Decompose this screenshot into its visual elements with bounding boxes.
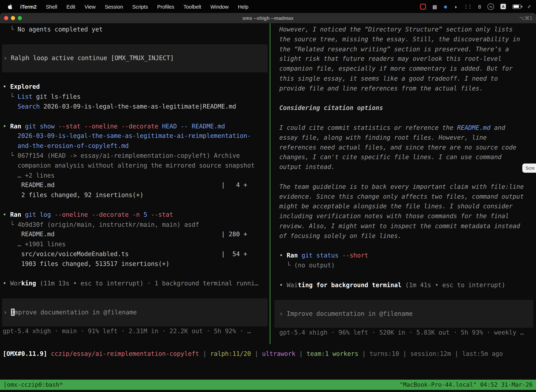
screen-share-tooltip[interactable]: Scre xyxy=(522,163,536,173)
minimize-button[interactable] xyxy=(11,16,15,20)
terminal-line: evidence. Since this change only affects… xyxy=(279,192,536,202)
text-segment: 2026-03-09-is-legal-the-same-as-legitima… xyxy=(40,103,236,110)
terminal-line: the source tree, missing the essay. Stil… xyxy=(279,34,536,44)
text-segment: git ls-files xyxy=(32,93,81,100)
menu-view[interactable]: View xyxy=(85,4,96,9)
text-segment: companion file, especially if more comme… xyxy=(279,65,513,72)
blank-line xyxy=(279,172,536,182)
gauge-value: .61 xyxy=(489,5,492,8)
text-segment: | xyxy=(451,350,462,357)
text-segment: review. Also, I might want to inspect th… xyxy=(279,222,520,229)
close-button[interactable] xyxy=(4,16,8,20)
terminal-line: companion file, especially if more comme… xyxy=(279,64,536,74)
text-segment: Wor xyxy=(10,280,21,287)
menu-iterm2[interactable]: iTerm2 xyxy=(20,4,37,9)
text-segment: git log xyxy=(25,211,55,218)
text-segment: (11m 13s • esc to interrupt) · 1 backgro… xyxy=(36,280,258,287)
menu-session[interactable]: Session xyxy=(105,4,123,9)
menu-help[interactable]: Help xyxy=(238,4,249,9)
right-terminal-pane[interactable]: However, I noticed the “Directory Struct… xyxy=(270,23,536,344)
keypad-icon[interactable]: 8 xyxy=(478,4,481,9)
terminal-line: 2026-03-09-is-legal-the-same-as-legitima… xyxy=(3,131,270,141)
text-segment: Ralph loop active continue [OMX_TMUX_INJ… xyxy=(11,54,174,61)
text-segment: the source tree, missing the essay. Stil… xyxy=(279,36,520,43)
prompt-input[interactable]: › Improve documentation in @filename xyxy=(274,300,533,328)
text-segment: Search xyxy=(18,103,40,110)
text-segment: Considering citation options xyxy=(279,104,383,112)
text-segment: README.md | 4 + xyxy=(3,182,247,189)
blank-line xyxy=(3,289,270,299)
text-segment: cczip/essay/ai-reimplementation-copyleft xyxy=(51,350,199,357)
terminal-line: slight risk that future readers may over… xyxy=(279,54,536,64)
text-segment: provide file and line references from th… xyxy=(279,85,483,92)
terminal-line: › Improve documentation in @filename xyxy=(3,307,268,317)
text-segment: --stat --oneline --decorate xyxy=(58,122,162,130)
window-title: omx --xhigh --madmax xyxy=(243,15,293,21)
menu-toolbelt[interactable]: Toolbelt xyxy=(183,4,201,9)
blue-app-icon[interactable]: ◆ xyxy=(444,4,447,9)
blank-line xyxy=(3,34,270,44)
menu-shell[interactable]: Shell xyxy=(46,4,57,9)
wave-icon[interactable]: ∿ xyxy=(527,5,531,8)
blank-line xyxy=(279,290,536,300)
traffic-lights xyxy=(4,16,22,20)
terminal-line: Considering citation options xyxy=(279,103,536,113)
battery-tip xyxy=(522,6,522,7)
ralph-loop-banner: › Ralph loop active continue [OMX_TMUX_I… xyxy=(2,44,268,72)
grid-icon[interactable]: ▦ xyxy=(432,4,437,9)
menu-window[interactable]: Window xyxy=(210,4,229,9)
text-segment: └ xyxy=(3,26,18,33)
text-segment: README.md | 280 + xyxy=(3,231,247,238)
terminal-line: … +1901 lines xyxy=(3,239,270,249)
text-segment: Improve documentation in @filename xyxy=(287,310,412,317)
text-segment: including verification notes with those … xyxy=(279,212,509,219)
text-segment: • xyxy=(3,122,10,130)
dots-grid-icon[interactable]: ⋮⋮ xyxy=(463,4,472,9)
text-segment: the “Related research writing” section i… xyxy=(279,45,509,52)
text-segment: I xyxy=(11,308,14,316)
terminal-line: gpt-5.4 xhigh · 96% left · 520K in · 5.8… xyxy=(279,328,536,338)
text-segment: The team guideline is to back every impo… xyxy=(279,183,524,190)
text-segment: ultrawork xyxy=(262,350,295,357)
text-segment: turns:10 xyxy=(369,350,399,357)
gauge-icon[interactable]: .61 xyxy=(488,3,494,10)
apple-menu-icon[interactable] xyxy=(8,4,13,9)
blank-line xyxy=(279,241,536,251)
terminal-line: might be acceptable alongside the file l… xyxy=(279,202,536,211)
input-source-icon[interactable]: A xyxy=(500,4,506,9)
terminal-gap xyxy=(0,363,536,379)
text-segment xyxy=(3,142,18,149)
terminal-line: However, I noticed the “Directory Struct… xyxy=(279,25,536,34)
moon-icon[interactable]: ◑ xyxy=(454,4,457,9)
blank-line xyxy=(279,93,536,103)
terminal-line: I could cite commit statistics or refere… xyxy=(279,123,536,133)
terminal-line: 1903 files changed, 513517 insertions(+) xyxy=(3,259,270,269)
menu-profiles[interactable]: Profiles xyxy=(157,4,174,9)
text-segment: I could cite commit statistics or refere… xyxy=(279,124,457,131)
menu-edit[interactable]: Edit xyxy=(67,4,75,9)
blank-line xyxy=(3,72,270,82)
app-menus: iTerm2ShellEditViewSessionScriptsProfile… xyxy=(20,4,249,9)
terminal-line: └ No agents completed yet xyxy=(3,25,270,34)
text-segment: 2 files changed, 92 insertions(+) xyxy=(3,191,144,198)
screen-recording-icon[interactable] xyxy=(420,4,426,9)
battery-icon[interactable] xyxy=(512,4,521,9)
text-segment: › xyxy=(3,54,11,61)
text-segment: --oneline --decorate xyxy=(55,211,132,218)
prompt-input[interactable]: › Improve documentation in @filename xyxy=(2,299,268,326)
window-titlebar[interactable]: omx --xhigh --madmax ⌥⌘1 xyxy=(0,13,536,23)
text-segment: However, I noticed the “Directory Struct… xyxy=(279,26,513,33)
terminal-line: • Waiting for background terminal (1m 41… xyxy=(279,280,536,290)
text-segment: team:1 workers xyxy=(306,350,358,357)
text-segment: might be acceptable alongside the file l… xyxy=(279,202,513,210)
menu-scripts[interactable]: Scripts xyxy=(132,4,148,9)
left-terminal-pane[interactable]: └ No agents completed yet› Ralph loop ac… xyxy=(0,23,270,344)
window-shortcut: ⌥⌘1 xyxy=(519,13,533,23)
tmux-session-name: [omx-cczip0:bash* xyxy=(3,381,63,388)
text-segment: -n xyxy=(132,211,144,218)
terminal-line: including verification notes with those … xyxy=(279,211,536,221)
terminal-line: The team guideline is to back every impo… xyxy=(279,182,536,192)
text-segment: 1903 files changed, 513517 insertions(+) xyxy=(3,260,170,267)
zoom-button[interactable] xyxy=(18,16,22,20)
tmux-panes: └ No agents completed yet› Ralph loop ac… xyxy=(0,23,536,344)
